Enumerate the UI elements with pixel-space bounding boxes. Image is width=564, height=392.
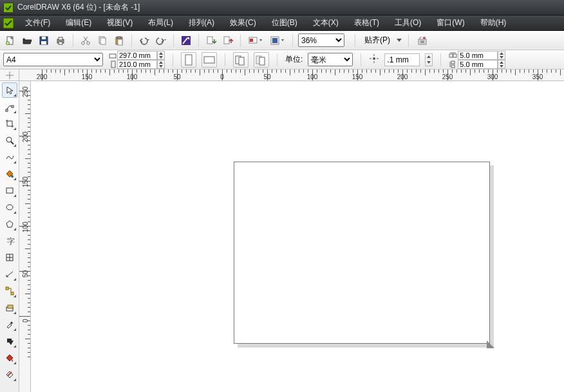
svg-rect-9 (59, 37, 62, 40)
save-button[interactable] (37, 33, 51, 48)
svg-rect-31 (109, 54, 116, 58)
separator (225, 53, 225, 66)
vertical-ruler[interactable]: 250200150100500 (19, 81, 31, 392)
units-select[interactable]: 毫米 (308, 53, 353, 66)
height-spinner[interactable] (157, 60, 165, 69)
table-tool[interactable] (2, 250, 17, 265)
polygon-tool[interactable] (2, 216, 17, 232)
menu-text[interactable]: 文本(X) (305, 15, 346, 31)
svg-rect-44 (449, 54, 453, 57)
all-pages-button[interactable] (233, 52, 249, 68)
separator (361, 53, 361, 66)
horizontal-ruler-row: 20015010050050100150200250300350 (0, 70, 564, 81)
menu-file[interactable]: 文件(F) (17, 15, 58, 31)
svg-rect-52 (6, 109, 8, 111)
page-width-input[interactable] (117, 51, 157, 60)
ellipse-tool[interactable] (2, 200, 17, 215)
separator (73, 34, 73, 47)
import-button[interactable] (204, 33, 218, 48)
page[interactable] (234, 162, 490, 344)
export-button[interactable] (221, 33, 235, 48)
paste-button[interactable] (112, 33, 126, 48)
menu-view[interactable]: 视图(V) (99, 15, 140, 31)
page-height-input[interactable] (117, 60, 157, 69)
freehand-tool[interactable] (2, 149, 17, 165)
svg-rect-21 (207, 37, 212, 44)
menu-table[interactable]: 表格(T) (346, 15, 387, 31)
menu-effects[interactable]: 效果(C) (222, 15, 264, 31)
options-button[interactable] (415, 33, 429, 48)
smart-fill-tool[interactable] (2, 166, 17, 182)
print-button[interactable] (53, 33, 68, 48)
open-button[interactable] (20, 33, 34, 48)
nudge-input[interactable] (384, 53, 420, 66)
nudge-spinner[interactable] (425, 53, 433, 66)
duplicate-distance (449, 51, 505, 69)
svg-point-13 (82, 41, 85, 44)
landscape-button[interactable] (202, 52, 217, 68)
dimension-tool[interactable] (2, 266, 17, 282)
redo-button[interactable] (154, 33, 168, 48)
menu-arrange[interactable]: 排列(A) (181, 15, 222, 31)
svg-text:字: 字 (7, 237, 15, 246)
menu-bitmaps[interactable]: 位图(B) (264, 15, 305, 31)
svg-rect-33 (185, 55, 192, 65)
outline-tool[interactable] (2, 333, 17, 349)
svg-rect-34 (204, 57, 214, 63)
menu-edit[interactable]: 编辑(E) (58, 15, 99, 31)
app-launcher-button[interactable] (268, 33, 287, 48)
svg-line-64 (6, 272, 13, 277)
menu-tools[interactable]: 工具(O) (387, 15, 429, 31)
new-button[interactable] (3, 33, 17, 48)
horizontal-ruler[interactable]: 20015010050050100150200250300350 (19, 70, 564, 81)
app-menu-icon[interactable] (1, 16, 15, 30)
search-button[interactable] (179, 33, 193, 48)
text-tool[interactable]: 字 (2, 233, 17, 248)
dup-x-spinner[interactable] (498, 51, 505, 60)
separator (240, 34, 241, 47)
dup-y-input[interactable] (458, 60, 498, 69)
fill-tool[interactable] (2, 350, 17, 366)
svg-rect-53 (12, 106, 14, 107)
crop-tool[interactable] (2, 116, 17, 131)
dup-y-spinner[interactable] (498, 60, 505, 69)
svg-rect-47 (451, 61, 455, 64)
interactive-fill-tool[interactable] (2, 367, 17, 382)
pick-tool[interactable] (2, 82, 17, 98)
separator (440, 53, 441, 66)
menu-layout[interactable]: 布局(L) (140, 15, 181, 31)
publish-pdf-button[interactable] (246, 33, 265, 48)
paper-size-select[interactable]: A4 (3, 53, 103, 66)
current-page-button[interactable] (254, 52, 269, 68)
separator (408, 34, 409, 47)
menu-help[interactable]: 帮助(H) (473, 15, 514, 31)
svg-rect-70 (8, 305, 13, 308)
svg-rect-6 (42, 37, 46, 39)
connector-tool[interactable] (2, 283, 17, 299)
menu-window[interactable]: 窗口(W) (429, 15, 472, 31)
dup-x-input[interactable] (458, 51, 498, 60)
canvas[interactable] (31, 81, 564, 392)
svg-rect-45 (453, 54, 456, 57)
ruler-origin[interactable] (0, 70, 19, 81)
nudge-icon (369, 53, 379, 66)
eyedropper-tool[interactable] (2, 317, 17, 332)
title-bar: CorelDRAW X6 (64 位) - [未命名 -1] (0, 0, 564, 15)
interactive-effects-tool[interactable] (2, 300, 17, 315)
rectangle-tool[interactable] (2, 183, 17, 198)
separator (198, 34, 199, 47)
cut-button[interactable] (79, 33, 93, 48)
shape-tool[interactable] (2, 99, 17, 115)
snap-to-label[interactable]: 贴齐(P) (362, 33, 393, 47)
zoom-tool[interactable] (2, 133, 17, 148)
svg-rect-18 (117, 37, 121, 39)
zoom-select[interactable]: 36% (298, 33, 344, 47)
chevron-down-icon[interactable] (397, 39, 402, 42)
portrait-button[interactable] (181, 52, 196, 68)
copy-button[interactable] (95, 33, 109, 48)
width-spinner[interactable] (157, 51, 165, 60)
undo-button[interactable] (137, 33, 151, 48)
separator (355, 34, 355, 47)
svg-rect-27 (418, 39, 426, 44)
page-corner-handle[interactable] (487, 341, 494, 348)
